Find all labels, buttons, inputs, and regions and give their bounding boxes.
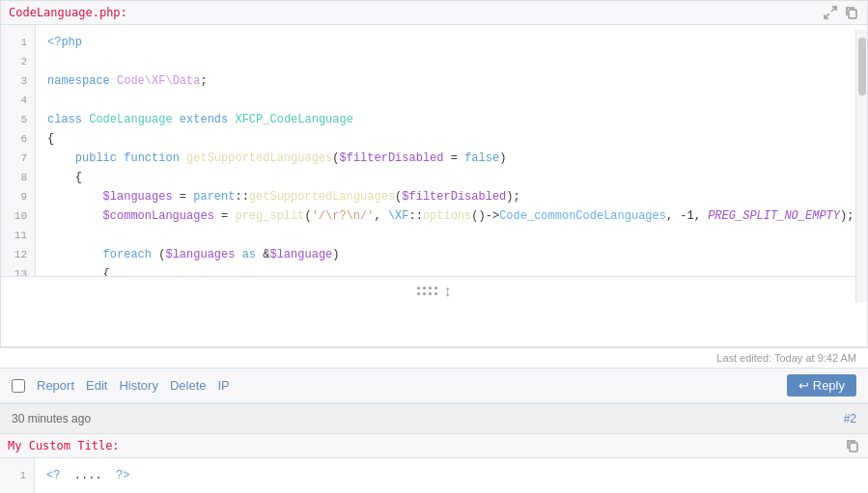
delete-link[interactable]: Delete xyxy=(170,378,207,393)
reply-label: Reply xyxy=(813,378,845,393)
post-checkbox[interactable] xyxy=(12,379,25,393)
drag-dots xyxy=(417,287,438,296)
code-content: <?php namespace Code\XF\Data; class Code… xyxy=(36,25,855,276)
post-number: #2 xyxy=(844,412,856,425)
post-meta-bar: Last edited: Today at 9:42 AM xyxy=(0,347,868,368)
second-code-body: 1 <? .... ?> xyxy=(0,458,868,493)
action-bar: Report Edit History Delete IP ↩ Reply xyxy=(0,368,868,403)
svg-rect-2 xyxy=(849,10,856,18)
post-timestamp: 30 minutes ago xyxy=(12,412,91,425)
first-code-block: CodeLanguage.php: xyxy=(0,0,868,347)
reply-button[interactable]: ↩ Reply xyxy=(787,374,856,397)
main-container: CodeLanguage.php: xyxy=(0,0,868,493)
history-link[interactable]: History xyxy=(119,378,157,393)
second-code-content: <? .... ?> xyxy=(35,458,141,493)
copy-icon[interactable] xyxy=(844,5,859,20)
scrollbar[interactable] xyxy=(855,30,867,302)
code-body: 1 2 3 4 5 6 7 8 9 10 11 12 13 14 <?php n… xyxy=(1,25,867,276)
code-resize-handle[interactable]: ↕ xyxy=(1,276,867,306)
drag-handle: ↕ xyxy=(417,283,452,300)
drag-arrow-icon: ↕ xyxy=(444,283,452,300)
post-timestamp-bar: 30 minutes ago #2 xyxy=(0,403,868,433)
ip-link[interactable]: IP xyxy=(217,378,229,393)
scrollbar-thumb[interactable] xyxy=(858,38,866,96)
reply-icon: ↩ xyxy=(798,378,809,393)
expand-icon[interactable] xyxy=(823,5,838,20)
code-header: CodeLanguage.php: xyxy=(1,1,867,25)
edit-link[interactable]: Edit xyxy=(86,378,107,393)
last-edited-text: Last edited: Today at 9:42 AM xyxy=(716,352,856,364)
code-header-icons xyxy=(823,5,859,20)
second-post-header: My Custom Title: xyxy=(0,434,868,458)
code-filename: CodeLanguage.php: xyxy=(9,6,127,19)
second-copy-icon[interactable] xyxy=(845,438,860,453)
line-numbers: 1 2 3 4 5 6 7 8 9 10 11 12 13 14 xyxy=(1,25,36,276)
svg-rect-3 xyxy=(850,443,857,452)
post-checkbox-wrapper xyxy=(12,379,25,393)
second-post-title: My Custom Title: xyxy=(8,439,120,452)
second-line-numbers: 1 xyxy=(0,458,35,493)
report-link[interactable]: Report xyxy=(37,378,74,393)
second-post: My Custom Title: 1 <? .... ?> xyxy=(0,433,868,493)
